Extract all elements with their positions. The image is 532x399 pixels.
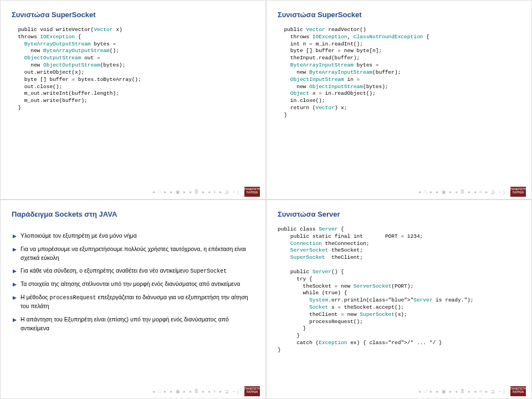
bullet-icon: ▶ [13,245,21,263]
list-item: ▶Για κάθε νέα σύνδεση, ο εξυπηρέτης αναθ… [13,267,254,275]
list-item-text: Υλοποιούμε τον εξυπηρέτη με ένα μόνο νήμ… [21,232,254,241]
list-item: ▶Η μέθοδος processRequest επεξεργάζεται … [13,293,254,311]
list-item: ▶Υλοποιούμε τον εξυπηρέτη με ένα μόνο νή… [13,232,254,241]
slide-navbar: ◂ □ ▸ ◂ ▣ ▸ ◂ ≣ ▸ ◂ ≡ ▸ ⊒ ∽) ΠΑΝΕΠΙΣΤΗΜΙ… [152,187,260,197]
list-item-text: Η απάντηση του Εξυπηρέτη είναι (επίσης) … [21,315,254,333]
list-item-text: Για κάθε νέα σύνδεση, ο εξυπηρέτης αναθέ… [21,267,254,275]
nav-symbols[interactable]: ◂ □ ▸ ◂ ▣ ▸ ◂ ≣ ▸ ◂ ≡ ▸ ⊒ ∽) [418,389,506,394]
university-logo: ΠΑΝΕΠΙΣΤΗΜΙΟ ΠΑΤΡΩΝ [510,386,526,396]
nav-symbols[interactable]: ◂ □ ▸ ◂ ▣ ▸ ◂ ≣ ▸ ◂ ≡ ▸ ⊒ ∽) [152,190,240,195]
slide-title: Συνιστώσα SuperSocket [278,11,520,19]
list-item: ▶Η απάντηση του Εξυπηρέτη είναι (επίσης)… [13,315,254,333]
university-logo: ΠΑΝΕΠΙΣΤΗΜΙΟ ΠΑΤΡΩΝ [244,187,260,197]
bullet-icon: ▶ [13,280,21,289]
slide-title: Παράδειγμα Sockets στη JAVA [12,210,254,218]
slide-navbar: ◂ □ ▸ ◂ ▣ ▸ ◂ ≣ ▸ ◂ ≡ ▸ ⊒ ∽) ΠΑΝΕΠΙΣΤΗΜΙ… [418,386,526,396]
slide-bottom-left: Παράδειγμα Sockets στη JAVA ▶Υλοποιούμε … [0,200,266,399]
bullet-list: ▶Υλοποιούμε τον εξυπηρέτη με ένα μόνο νή… [12,226,254,332]
code-block: public void writeVector(Vector x) throws… [12,27,254,112]
bullet-icon: ▶ [13,293,21,311]
slide-title: Συνιστώσα SuperSocket [12,11,254,19]
bullet-icon: ▶ [13,267,21,275]
slide-title: Συνιστώσα Server [278,210,520,218]
university-logo: ΠΑΝΕΠΙΣΤΗΜΙΟ ΠΑΤΡΩΝ [244,386,260,396]
slide-bottom-right: Συνιστώσα Server public class Server { p… [266,200,532,399]
code-block: public Vector readVector() throws IOExce… [278,27,520,119]
nav-symbols[interactable]: ◂ □ ▸ ◂ ▣ ▸ ◂ ≣ ▸ ◂ ≡ ▸ ⊒ ∽) [418,190,506,195]
bullet-icon: ▶ [13,232,21,241]
bullet-icon: ▶ [13,315,21,333]
list-item: ▶Τα στοιχεία της αίτησης στέλνονται υπό … [13,280,254,289]
code-block: public class Server { public static fina… [278,226,520,354]
nav-symbols[interactable]: ◂ □ ▸ ◂ ▣ ▸ ◂ ≣ ▸ ◂ ≡ ▸ ⊒ ∽) [152,389,240,394]
slide-top-right: Συνιστώσα SuperSocket public Vector read… [266,0,532,200]
university-logo: ΠΑΝΕΠΙΣΤΗΜΙΟ ΠΑΤΡΩΝ [510,187,526,197]
list-item: ▶Για να μπορέσουμε να εξυπηρετήσουμε πολ… [13,245,254,263]
slide-top-left: Συνιστώσα SuperSocket public void writeV… [0,0,266,200]
slide-navbar: ◂ □ ▸ ◂ ▣ ▸ ◂ ≣ ▸ ◂ ≡ ▸ ⊒ ∽) ΠΑΝΕΠΙΣΤΗΜΙ… [418,187,526,197]
list-item-text: Η μέθοδος processRequest επεξεργάζεται τ… [21,293,254,311]
list-item-text: Για να μπορέσουμε να εξυπηρετήσουμε πολλ… [21,245,254,263]
list-item-text: Τα στοιχεία της αίτησης στέλνονται υπό τ… [21,280,254,289]
slide-navbar: ◂ □ ▸ ◂ ▣ ▸ ◂ ≣ ▸ ◂ ≡ ▸ ⊒ ∽) ΠΑΝΕΠΙΣΤΗΜΙ… [152,386,260,396]
